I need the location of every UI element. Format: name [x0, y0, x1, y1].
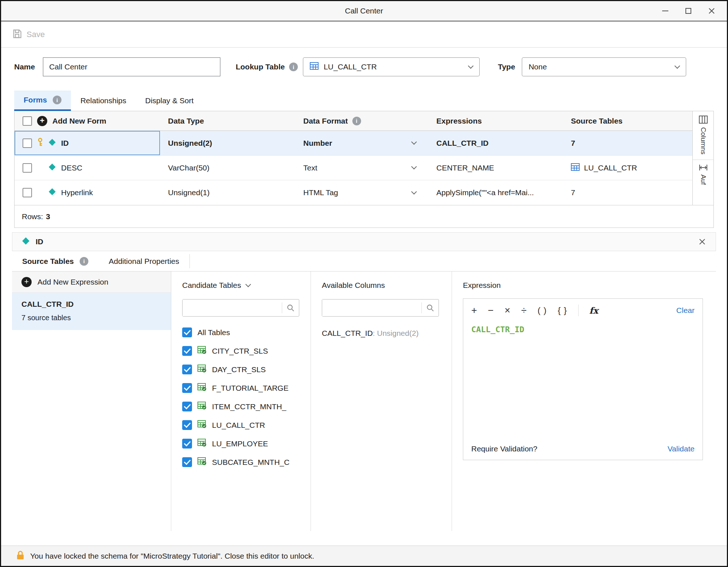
- close-button[interactable]: [707, 7, 716, 15]
- green-table-icon: [197, 402, 207, 411]
- list-item[interactable]: All Tables: [182, 327, 311, 337]
- available-columns-title: Available Columns: [322, 281, 385, 290]
- search-icon[interactable]: [422, 304, 439, 312]
- checkbox-checked[interactable]: [182, 457, 192, 467]
- autofit-rail-tab[interactable]: Auf: [693, 160, 713, 190]
- attribute-editor-window: Call Center Save Name Lookup Table LU_CA…: [0, 0, 728, 567]
- table-row[interactable]: Hyperlink Unsigned(1) HTML Tag ApplySimp…: [15, 180, 692, 205]
- multiply-operator-button[interactable]: ×: [505, 306, 511, 315]
- expression-footer: Require Validation? Validate: [463, 438, 703, 460]
- minimize-button[interactable]: [661, 7, 669, 15]
- detail-close-button[interactable]: [698, 238, 706, 246]
- autofit-rail-label: Auf: [699, 174, 707, 185]
- green-table-icon: [197, 346, 207, 356]
- add-expression-icon: [21, 277, 32, 287]
- form-icon: [48, 188, 56, 197]
- list-item[interactable]: DAY_CTR_SLS: [182, 365, 311, 374]
- expressions-panel: Add New Expression CALL_CTR_ID 7 source …: [12, 272, 171, 531]
- lookup-table-dropdown[interactable]: LU_CALL_CTR: [303, 57, 480, 76]
- green-table-icon: [197, 457, 207, 467]
- chevron-down-icon: [468, 63, 474, 69]
- validate-button[interactable]: Validate: [668, 445, 695, 453]
- detail-title: ID: [36, 237, 43, 246]
- row-checkbox[interactable]: [23, 163, 32, 173]
- status-bar: You have locked the schema for "MicroStr…: [1, 546, 727, 566]
- expression-list-item[interactable]: CALL_CTR_ID 7 source tables: [12, 293, 171, 330]
- list-item[interactable]: F_TUTORIAL_TARGE: [182, 383, 311, 393]
- tab-additional-properties[interactable]: Additional Properties: [99, 251, 189, 271]
- table-row[interactable]: ID Unsigned(2) Number CALL_CTR_ID 7: [15, 131, 692, 156]
- available-search: [322, 299, 439, 317]
- autofit-icon: [699, 164, 708, 171]
- checkbox-checked[interactable]: [182, 420, 192, 430]
- save-button[interactable]: Save: [27, 30, 45, 39]
- add-new-expression-button[interactable]: Add New Expression: [12, 272, 171, 293]
- minus-operator-button[interactable]: −: [488, 306, 494, 315]
- tab-forms[interactable]: Forms: [14, 91, 71, 111]
- lookup-info-icon[interactable]: [289, 63, 298, 71]
- columns-rail-tab[interactable]: Columns: [693, 111, 713, 160]
- candidate-table-list: All Tables CITY_CTR_SLS DAY_CTR_SLS F_TU…: [182, 327, 311, 467]
- type-dropdown[interactable]: None: [522, 57, 686, 76]
- expression-code-area[interactable]: CALL_CTR_ID: [463, 322, 703, 438]
- tab-relationships[interactable]: Relationships: [71, 91, 136, 111]
- save-icon: [12, 29, 22, 40]
- data-format-select[interactable]: Number: [295, 131, 428, 155]
- braces-button[interactable]: { }: [558, 306, 567, 315]
- available-column-item[interactable]: CALL_CTR_ID: Unsigned(2): [322, 329, 452, 338]
- expression-subtitle: 7 source tables: [21, 314, 161, 322]
- data-format-select[interactable]: Text: [295, 156, 428, 180]
- divide-operator-button[interactable]: ÷: [521, 306, 527, 315]
- checkbox-checked[interactable]: [182, 327, 192, 337]
- col-data-format: Data Format: [303, 117, 348, 125]
- select-all-checkbox[interactable]: [23, 116, 32, 126]
- rows-count: 3: [46, 212, 50, 221]
- add-form-icon[interactable]: [37, 116, 47, 126]
- checkbox-checked[interactable]: [182, 439, 192, 449]
- chevron-down-icon: [411, 139, 417, 145]
- function-fx-button[interactable]: fx: [589, 305, 599, 316]
- data-format-select[interactable]: HTML Tag: [295, 180, 428, 205]
- col-expressions: Expressions: [436, 117, 482, 125]
- detail-tabs: Source Tables Additional Properties: [12, 251, 716, 272]
- green-table-icon: [197, 383, 207, 393]
- checkbox-checked[interactable]: [182, 402, 192, 411]
- forms-table-header: Add New Form Data Type Data Format Expre…: [15, 111, 692, 131]
- name-label: Name: [14, 63, 35, 71]
- add-new-form-button[interactable]: Add New Form: [52, 117, 106, 125]
- checkbox-checked[interactable]: [182, 383, 192, 393]
- list-item[interactable]: CITY_CTR_SLS: [182, 346, 311, 356]
- data-format-info-icon[interactable]: [352, 117, 361, 125]
- maximize-button[interactable]: [684, 7, 693, 15]
- forms-info-icon[interactable]: [53, 96, 61, 104]
- form-icon: [22, 237, 30, 247]
- expression-title: Expression: [463, 281, 501, 290]
- parentheses-button[interactable]: ( ): [537, 306, 547, 315]
- list-item[interactable]: SUBCATEG_MNTH_C: [182, 457, 311, 467]
- form-icon: [48, 138, 56, 148]
- checkbox-checked[interactable]: [182, 365, 192, 374]
- checkbox-checked[interactable]: [182, 346, 192, 356]
- source-tables-info-icon[interactable]: [80, 257, 88, 266]
- require-validation-label: Require Validation?: [471, 445, 537, 453]
- chevron-down-icon[interactable]: [245, 281, 251, 287]
- row-checkbox[interactable]: [23, 188, 32, 197]
- window-controls: [661, 7, 727, 15]
- side-rail: Columns Auf: [693, 111, 714, 205]
- list-item[interactable]: LU_EMPLOYEE: [182, 439, 311, 449]
- table-row[interactable]: DESC VarChar(50) Text CENTER_NAME LU_CAL…: [15, 156, 692, 180]
- list-item[interactable]: LU_CALL_CTR: [182, 420, 311, 430]
- available-search-input[interactable]: [322, 299, 421, 316]
- search-icon[interactable]: [282, 304, 299, 312]
- column-name: CALL_CTR_ID: [322, 329, 373, 337]
- clear-button[interactable]: Clear: [676, 306, 695, 315]
- list-item[interactable]: ITEM_CCTR_MNTH_: [182, 402, 311, 411]
- row-checkbox[interactable]: [23, 138, 32, 148]
- name-input[interactable]: [43, 57, 220, 76]
- candidate-search-input[interactable]: [183, 299, 282, 316]
- maximize-icon: [685, 8, 691, 14]
- tab-display-sort[interactable]: Display & Sort: [136, 91, 203, 111]
- tab-source-tables[interactable]: Source Tables: [12, 251, 99, 271]
- toolbar: Save: [1, 21, 727, 48]
- plus-operator-button[interactable]: +: [471, 306, 477, 315]
